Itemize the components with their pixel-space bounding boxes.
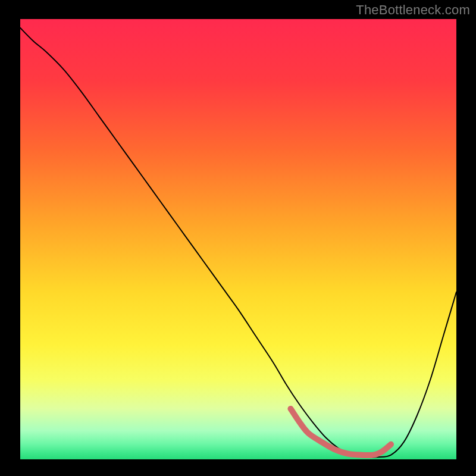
watermark-text: TheBottleneck.com — [356, 2, 470, 18]
plot-area — [20, 19, 456, 459]
series-bottleneck-curve — [20, 28, 456, 458]
curve-layer — [20, 19, 456, 459]
chart-frame: TheBottleneck.com — [0, 0, 476, 476]
series-optimal-band — [290, 409, 391, 455]
